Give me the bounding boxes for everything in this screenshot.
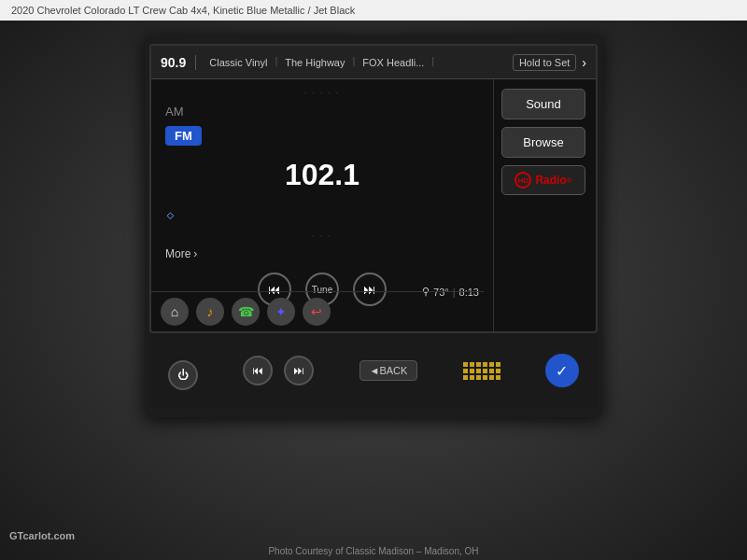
phys-prev-button[interactable]: ⏮ bbox=[243, 356, 273, 385]
small-frequency: 90.9 bbox=[161, 55, 186, 70]
am-label[interactable]: AM bbox=[165, 105, 191, 119]
radio-text: Radio bbox=[535, 174, 566, 187]
center-unit: 90.9 Classic Vinyl | The Highway | FOX H… bbox=[145, 35, 602, 417]
gt-logo: GTcarlot.com bbox=[9, 530, 75, 541]
back-button[interactable]: ◄BACK bbox=[359, 360, 418, 381]
confirm-button[interactable]: ✓ bbox=[545, 354, 579, 387]
bluetooth-icon: ⬦ bbox=[165, 204, 176, 224]
hd-text: HD bbox=[518, 176, 529, 185]
nav-right-arrow[interactable]: › bbox=[582, 55, 586, 70]
preset-2[interactable]: The Highway bbox=[279, 55, 350, 70]
app-button[interactable]: ↩ bbox=[303, 298, 331, 326]
vehicle-title: 2020 Chevrolet Colorado LT Crew Cab 4x4,… bbox=[11, 5, 355, 16]
browse-button[interactable]: Browse bbox=[501, 127, 585, 158]
vent-grid bbox=[463, 362, 500, 380]
more-label[interactable]: More bbox=[165, 247, 190, 260]
screen-nav-bar: 90.9 Classic Vinyl | The Highway | FOX H… bbox=[151, 46, 596, 79]
back-label: ◄BACK bbox=[370, 365, 408, 376]
hd-radio-badge: HD Radio ® bbox=[501, 165, 585, 195]
screen-right-panel: Sound Browse HD Radio ® bbox=[493, 79, 596, 331]
music-button[interactable]: ♪ bbox=[196, 298, 224, 326]
fm-button[interactable]: FM bbox=[165, 126, 202, 146]
bottom-nav-row: ⌂ ♪ ☎ ✦ ↩ bbox=[151, 291, 484, 331]
physical-controls: ⏻ ⏮ ⏭ ◄BACK bbox=[149, 333, 598, 408]
preset-stations: Classic Vinyl | The Highway | FOX Headli… bbox=[195, 55, 509, 70]
home-button[interactable]: ⌂ bbox=[161, 298, 189, 326]
top-info-bar: 2020 Chevrolet Colorado LT Crew Cab 4x4,… bbox=[0, 0, 747, 21]
phone-button[interactable]: ☎ bbox=[232, 298, 260, 326]
preset-1[interactable]: Classic Vinyl bbox=[204, 55, 273, 70]
tuner-dots: · · · · · bbox=[165, 89, 479, 97]
car-background: 2020 Chevrolet Colorado LT Crew Cab 4x4,… bbox=[0, 0, 747, 560]
media-buttons: ⏮ ⏭ bbox=[243, 356, 314, 385]
main-frequency: 102.1 bbox=[165, 153, 479, 197]
fm-row: FM bbox=[165, 126, 479, 146]
power-button[interactable]: ⏻ bbox=[168, 360, 198, 390]
navigation-button[interactable]: ✦ bbox=[267, 298, 295, 326]
photo-credit: Photo Courtesy of Classic Madison – Madi… bbox=[268, 546, 478, 556]
hd-circle: HD bbox=[514, 172, 531, 189]
more-button[interactable]: More › bbox=[165, 247, 479, 260]
phys-next-button[interactable]: ⏭ bbox=[284, 356, 314, 385]
infotainment-screen: 90.9 Classic Vinyl | The Highway | FOX H… bbox=[149, 44, 598, 333]
more-chevron: › bbox=[193, 247, 197, 260]
sound-button[interactable]: Sound bbox=[501, 89, 585, 119]
bluetooth-row: ⬦ bbox=[165, 204, 479, 224]
tuner-dots-2: · · · bbox=[165, 231, 479, 240]
am-row: AM bbox=[165, 105, 479, 119]
hold-to-set-btn[interactable]: Hold to Set bbox=[513, 54, 576, 71]
preset-3[interactable]: FOX Headli... bbox=[357, 55, 430, 70]
hd-registered: ® bbox=[567, 176, 572, 185]
